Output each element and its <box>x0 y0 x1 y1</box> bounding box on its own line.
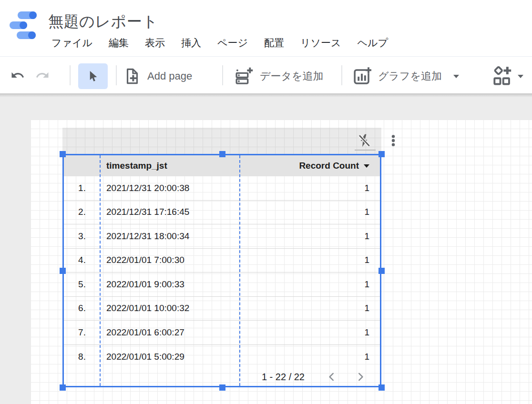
undo-icon[interactable] <box>10 68 25 82</box>
menu-view[interactable]: 表示 <box>145 36 165 50</box>
table-row: 8. 2022/01/01 5:00:29 1 <box>64 345 380 369</box>
menubar: ファイル 編集 表示 挿入 ページ 配置 リソース ヘルプ <box>51 36 388 50</box>
add-control-button[interactable] <box>491 63 523 89</box>
table-row: 5. 2022/01/01 9:00:33 1 <box>64 273 380 297</box>
selection-handle-top-left[interactable] <box>60 151 66 157</box>
looker-studio-app: 無題のレポート ファイル 編集 表示 挿入 ページ 配置 リソース ヘルプ <box>0 0 532 404</box>
selection-handle-mid-left[interactable] <box>60 268 66 274</box>
chevron-right-icon[interactable] <box>355 372 366 382</box>
more-options-icon[interactable] <box>386 133 401 148</box>
add-chart-button[interactable]: グラフを追加 <box>352 63 459 89</box>
add-data-button[interactable]: データを追加 <box>234 63 324 89</box>
menu-file[interactable]: ファイル <box>51 36 92 50</box>
chevron-down-icon <box>518 75 523 78</box>
table-chart[interactable]: timestamp_jst Record Count 1. 2021/12/31… <box>62 154 381 387</box>
redo-icon[interactable] <box>35 68 50 82</box>
dimension-header[interactable]: timestamp_jst <box>100 161 239 171</box>
add-control-icon <box>491 65 513 87</box>
toolbar-divider <box>222 65 223 85</box>
flash-off-icon[interactable] <box>357 133 372 148</box>
menu-insert[interactable]: 挿入 <box>181 36 201 50</box>
sort-desc-icon <box>364 164 369 168</box>
toolbar: Add page データを追加 グラ <box>0 57 532 93</box>
report-page[interactable]: timestamp_jst Record Count 1. 2021/12/31… <box>31 120 532 404</box>
menu-resource[interactable]: リソース <box>300 36 341 50</box>
menu-help[interactable]: ヘルプ <box>357 36 388 50</box>
table-pagination: 1 - 22 / 22 <box>64 368 380 386</box>
add-chart-icon <box>352 66 372 86</box>
column-divider-dashed[interactable] <box>239 155 240 386</box>
table-row: 4. 2022/01/01 7:00:30 1 <box>64 249 380 273</box>
add-page-button[interactable]: Add page <box>123 63 192 89</box>
table-row: 7. 2022/01/01 6:00:27 1 <box>64 321 380 345</box>
report-title[interactable]: 無題のレポート <box>48 11 158 32</box>
add-chart-label: グラフを追加 <box>378 69 442 83</box>
select-tool-button[interactable] <box>78 63 108 89</box>
cursor-arrow-icon <box>86 69 100 83</box>
selection-handle-bottom-left[interactable] <box>60 384 66 391</box>
table-body: 1. 2021/12/31 20:00:38 1 2. 2021/12/31 1… <box>64 176 380 369</box>
add-data-icon <box>234 66 254 86</box>
app-header: 無題のレポート ファイル 編集 表示 挿入 ページ 配置 リソース ヘルプ <box>0 0 532 57</box>
looker-studio-logo-icon <box>10 10 37 40</box>
toolbar-divider <box>70 65 71 85</box>
menu-edit[interactable]: 編集 <box>109 36 129 50</box>
column-divider-dashed[interactable] <box>100 155 101 386</box>
pagination-label: 1 - 22 / 22 <box>262 372 305 383</box>
add-data-label: データを追加 <box>260 69 324 83</box>
table-row: 2. 2021/12/31 17:16:45 1 <box>64 201 380 225</box>
toolbar-divider <box>341 65 342 85</box>
add-page-label: Add page <box>147 70 192 82</box>
selection-handle-bottom-center[interactable] <box>219 384 225 391</box>
toolbar-divider <box>116 65 117 85</box>
selection-handle-top-center[interactable] <box>219 151 225 157</box>
chevron-left-icon[interactable] <box>327 372 337 382</box>
table-row: 1. 2021/12/31 20:00:38 1 <box>64 176 380 201</box>
menu-page[interactable]: ページ <box>217 36 248 50</box>
chart-quick-toolbar <box>62 128 381 154</box>
report-canvas[interactable]: timestamp_jst Record Count 1. 2021/12/31… <box>0 93 532 404</box>
table-header-row: timestamp_jst Record Count <box>64 155 380 176</box>
table-row: 6. 2022/01/01 10:00:32 1 <box>64 297 380 321</box>
flash-off-underline <box>355 150 376 151</box>
selection-handle-bottom-right[interactable] <box>379 384 385 391</box>
metric-header[interactable]: Record Count <box>239 161 380 171</box>
selection-handle-mid-right[interactable] <box>379 268 385 274</box>
table-row: 3. 2021/12/31 18:00:34 1 <box>64 224 380 249</box>
chevron-down-icon <box>453 75 459 78</box>
selection-handle-top-right[interactable] <box>379 151 385 157</box>
menu-arrange[interactable]: 配置 <box>264 36 284 50</box>
add-page-icon <box>123 67 141 85</box>
